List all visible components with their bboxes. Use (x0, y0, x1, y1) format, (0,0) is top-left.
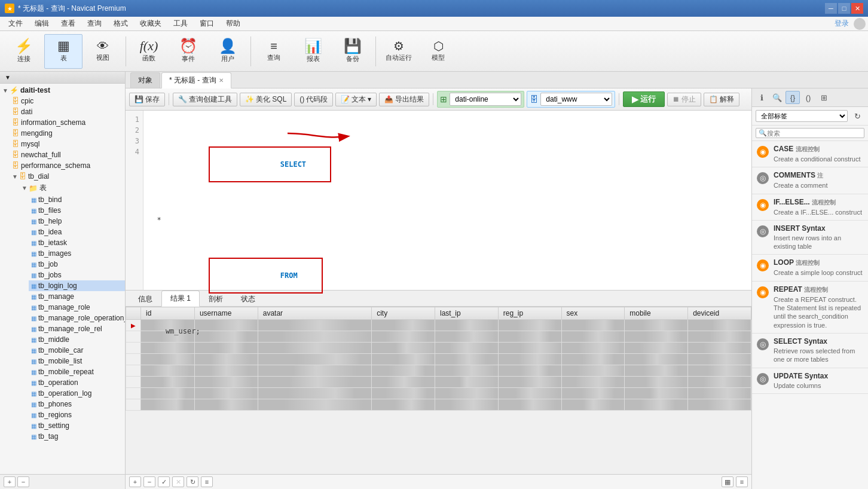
search-input[interactable] (767, 130, 861, 137)
tree-item-tb-tag[interactable]: ▦ tb_tag (29, 431, 125, 442)
grid-add-row[interactable]: + (129, 476, 141, 487)
tree-item-tb-mobile-repeat[interactable]: ▦ tb_mobile_repeat (29, 366, 125, 377)
sql-editor[interactable]: 1 2 3 4 SELECT * (126, 111, 751, 290)
sidebar-remove-btn[interactable]: − (17, 476, 29, 487)
tree-item-tb-operation[interactable]: ▦ tb_operation (29, 377, 125, 388)
snippet-item-update-syntax[interactable]: ◎UPDATE SyntaxUpdate columns (752, 368, 868, 394)
tree-item-tb-images[interactable]: ▦ tb_images (29, 248, 125, 259)
snippet-item-select-syntax[interactable]: ◎SELECT SyntaxRetrieve rows selected fro… (752, 334, 868, 368)
toolbar-autorun[interactable]: ⚙ 自动运行 (380, 34, 418, 69)
grid-more[interactable]: ≡ (201, 476, 213, 487)
tree-item-newchat-full[interactable]: 🗄 newchat_full (10, 149, 125, 160)
sql-code-area[interactable]: SELECT * FROM wm_user; (143, 111, 751, 290)
tree-item-tb-operation-log[interactable]: ▦ tb_operation_log (29, 388, 125, 399)
rp-search-btn[interactable]: 🔍 (770, 91, 784, 104)
table-cell[interactable]: ████████ (258, 399, 371, 411)
menu-help[interactable]: 帮助 (220, 17, 246, 30)
toolbar-backup[interactable]: 💾 备份 (334, 34, 372, 69)
stop-button[interactable]: ⏹ 停止 (667, 93, 701, 106)
tree-item-biao[interactable]: ▼ 📁 表 (19, 182, 125, 194)
table-cell[interactable]: ████████ (625, 399, 688, 411)
rp-code-btn[interactable]: {} (786, 91, 800, 104)
close-button[interactable]: ✕ (851, 3, 863, 14)
menu-edit[interactable]: 编辑 (29, 17, 55, 30)
table-cell[interactable]: ████████ (498, 388, 561, 399)
toolbar-function[interactable]: f(x) 函数 (130, 34, 168, 69)
toolbar-report[interactable]: 📊 报表 (294, 34, 332, 69)
table-cell[interactable]: ████████ (561, 399, 625, 411)
tree-item-tb-phones[interactable]: ▦ tb_phones (29, 399, 125, 409)
snippet-item-if-else[interactable]: ◉IF...ELSE... 流程控制Create a IF...ELSE... … (752, 194, 868, 221)
table-cell[interactable]: ████████ (435, 399, 498, 411)
rp-refresh-btn[interactable]: ↻ (850, 109, 864, 123)
tree-item-tb-bind[interactable]: ▦ tb_bind (29, 194, 125, 205)
table-cell[interactable]: ████████ (194, 399, 258, 411)
toolbar-model[interactable]: ⬡ 模型 (419, 34, 457, 69)
tree-item-tb-middle[interactable]: ▦ tb_middle (29, 334, 125, 345)
tab-objects[interactable]: 对象 (130, 72, 160, 88)
table-cell[interactable]: ████████ (561, 388, 625, 399)
menu-file[interactable]: 文件 (2, 17, 29, 30)
tree-item-tb-regions[interactable]: ▦ tb_regions (29, 409, 125, 420)
table-row[interactable]: ████████████████████████████████████████… (126, 388, 751, 399)
snippet-item-loop[interactable]: ◉LOOP 流程控制Create a simple loop construct (752, 255, 868, 281)
table-cell[interactable]: ████████ (141, 399, 195, 411)
menu-tools[interactable]: 工具 (167, 17, 194, 30)
th-username[interactable]: username (194, 307, 258, 320)
table-cell[interactable]: ████████ (688, 399, 751, 411)
table-cell[interactable]: ████████ (372, 388, 435, 399)
menu-query[interactable]: 查询 (81, 17, 108, 30)
rp-info-btn[interactable]: ℹ (754, 91, 769, 104)
tab-query[interactable]: * 无标题 - 查询 ✕ (161, 72, 231, 88)
th-deviceid[interactable]: deviceid (688, 307, 751, 320)
tree-item-mengding[interactable]: 🗄 mengding (10, 128, 125, 139)
tab-close-icon[interactable]: ✕ (219, 77, 224, 84)
explain-button[interactable]: 📋 解释 (704, 93, 739, 106)
login-label[interactable]: 登录 (835, 19, 849, 29)
table-cell[interactable]: ████████ (372, 399, 435, 411)
maximize-button[interactable]: □ (838, 3, 850, 14)
rp-table-btn[interactable]: ⊞ (817, 91, 831, 104)
tree-item-tb-mobile-list[interactable]: ▦ tb_mobile_list (29, 356, 125, 366)
menu-format[interactable]: 格式 (108, 17, 134, 30)
tree-item-tb-manage-role[interactable]: ▦ tb_manage_role (29, 302, 125, 313)
toolbar-user[interactable]: 👤 用户 (209, 34, 247, 69)
menu-view[interactable]: 查看 (55, 17, 81, 30)
table-cell[interactable]: ████████ (258, 388, 371, 399)
query-builder-button[interactable]: 🔧 查询创建工具 (173, 93, 237, 106)
minimize-button[interactable]: ─ (825, 3, 837, 14)
toolbar-event[interactable]: ⏰ 事件 (169, 34, 207, 69)
tree-item-tb-mobile-car[interactable]: ▦ tb_mobile_car (29, 345, 125, 356)
grid-refresh[interactable]: ↻ (187, 476, 198, 487)
tree-item-tb-manage[interactable]: ▦ tb_manage (29, 291, 125, 302)
grid-view-toggle-2[interactable]: ≡ (736, 476, 748, 487)
grid-view-toggle-1[interactable]: ▦ (722, 476, 733, 487)
table-cell[interactable]: ████████ (194, 388, 258, 399)
rp-brackets-btn[interactable]: () (801, 91, 815, 104)
toolbar-connect[interactable]: ⚡ 连接 (5, 34, 43, 69)
database-select[interactable]: dati_www (540, 93, 612, 106)
tree-item-dati[interactable]: 🗄 dati (10, 106, 125, 117)
toolbar-query[interactable]: ≡ 查询 (255, 34, 293, 69)
grid-cancel-row[interactable]: ✕ (172, 476, 184, 487)
tree-item-tb-help[interactable]: ▦ tb_help (29, 216, 125, 227)
tree-item-performance-schema[interactable]: 🗄 performance_schema (10, 160, 125, 171)
toolbar-view[interactable]: 👁 视图 (84, 34, 122, 69)
text-button[interactable]: 📝 文本 ▾ (335, 93, 377, 106)
tree-item-tb-files[interactable]: ▦ tb_files (29, 205, 125, 216)
table-cell[interactable]: ████████ (688, 388, 751, 399)
export-button[interactable]: 📤 导出结果 (379, 93, 429, 106)
table-cell[interactable]: ████████ (625, 388, 688, 399)
snippet-item-insert-syntax[interactable]: ◎INSERT SyntaxInsert new rows into an ex… (752, 221, 868, 255)
table-cell[interactable]: ████████ (498, 399, 561, 411)
table-cell[interactable]: ████████ (141, 388, 195, 399)
tree-item-mysql[interactable]: 🗄 mysql (10, 139, 125, 149)
sidebar-tree[interactable]: ▼ ⚡ daiti-test 🗄 cpic 🗄 dati 🗄 informati… (0, 84, 125, 474)
beautify-button[interactable]: ✨ 美化 SQL (240, 93, 292, 106)
tree-item-daiti-test[interactable]: ▼ ⚡ daiti-test (0, 85, 125, 96)
th-reg-ip[interactable]: reg_ip (498, 307, 561, 320)
tree-item-information-schema[interactable]: 🗄 information_schema (10, 117, 125, 128)
tree-item-tb-dial[interactable]: ▼ 🗄 tb_dial (10, 171, 125, 182)
th-id[interactable]: id (141, 307, 195, 320)
table-row[interactable]: ████████████████████████████████████████… (126, 399, 751, 411)
